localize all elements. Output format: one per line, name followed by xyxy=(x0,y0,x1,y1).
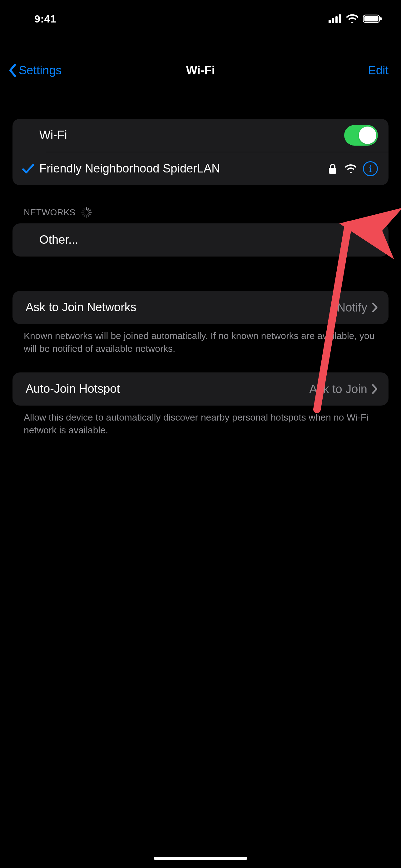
auto-join-hotspot-value: Ask to Join xyxy=(309,382,367,396)
back-button[interactable]: Settings xyxy=(8,63,62,77)
auto-join-hotspot-group: Auto-Join Hotspot Ask to Join xyxy=(12,372,389,406)
svg-rect-7 xyxy=(329,168,336,174)
back-label: Settings xyxy=(19,64,62,77)
ask-to-join-label: Ask to Join Networks xyxy=(26,300,136,315)
wifi-group: Wi-Fi Friendly Neighborhood SpiderLAN xyxy=(12,119,389,185)
wifi-status-icon xyxy=(346,14,359,23)
connected-network-row[interactable]: Friendly Neighborhood SpiderLAN i xyxy=(12,152,389,185)
auto-join-hotspot-label: Auto-Join Hotspot xyxy=(26,382,120,396)
battery-icon xyxy=(363,14,382,23)
svg-rect-0 xyxy=(329,20,331,23)
checkmark-icon xyxy=(21,162,35,176)
other-network-label: Other... xyxy=(39,233,78,247)
wifi-signal-icon xyxy=(345,164,357,173)
auto-join-hotspot-row[interactable]: Auto-Join Hotspot Ask to Join xyxy=(12,372,389,406)
svg-rect-6 xyxy=(380,17,381,20)
edit-button[interactable]: Edit xyxy=(368,64,389,77)
connected-network-name: Friendly Neighborhood SpiderLAN xyxy=(39,161,220,176)
wifi-toggle-label: Wi-Fi xyxy=(39,128,67,143)
home-indicator[interactable] xyxy=(154,857,247,860)
wifi-toggle-row[interactable]: Wi-Fi xyxy=(12,119,389,152)
networks-header-label: Networks xyxy=(24,208,75,217)
wifi-toggle[interactable] xyxy=(344,125,378,146)
chevron-right-icon xyxy=(372,302,378,313)
svg-rect-1 xyxy=(332,18,334,23)
status-time: 9:41 xyxy=(34,13,56,25)
chevron-right-icon xyxy=(372,384,378,394)
svg-rect-5 xyxy=(364,16,378,22)
cellular-signal-icon xyxy=(329,14,342,23)
chevron-left-icon xyxy=(8,63,18,77)
network-info-button[interactable]: i xyxy=(363,161,378,176)
status-bar: 9:41 xyxy=(0,0,401,37)
status-indicators xyxy=(329,14,382,23)
auto-join-hotspot-footer: Allow this device to automatically disco… xyxy=(12,406,389,436)
ask-to-join-group: Ask to Join Networks Notify xyxy=(12,291,389,324)
other-network-row[interactable]: Other... xyxy=(12,223,389,256)
loading-spinner-icon xyxy=(81,207,92,218)
networks-group: Other... xyxy=(12,223,389,256)
networks-section-header: Networks xyxy=(12,207,389,223)
ask-to-join-value: Notify xyxy=(337,301,367,314)
ask-to-join-row[interactable]: Ask to Join Networks Notify xyxy=(12,291,389,324)
content-scroll[interactable]: Wi-Fi Friendly Neighborhood SpiderLAN xyxy=(0,119,401,868)
nav-bar: Settings Wi-Fi Edit xyxy=(0,56,401,84)
ask-to-join-footer: Known networks will be joined automatica… xyxy=(12,324,389,355)
lock-icon xyxy=(329,163,337,174)
svg-rect-2 xyxy=(335,16,338,23)
svg-rect-3 xyxy=(339,14,341,23)
